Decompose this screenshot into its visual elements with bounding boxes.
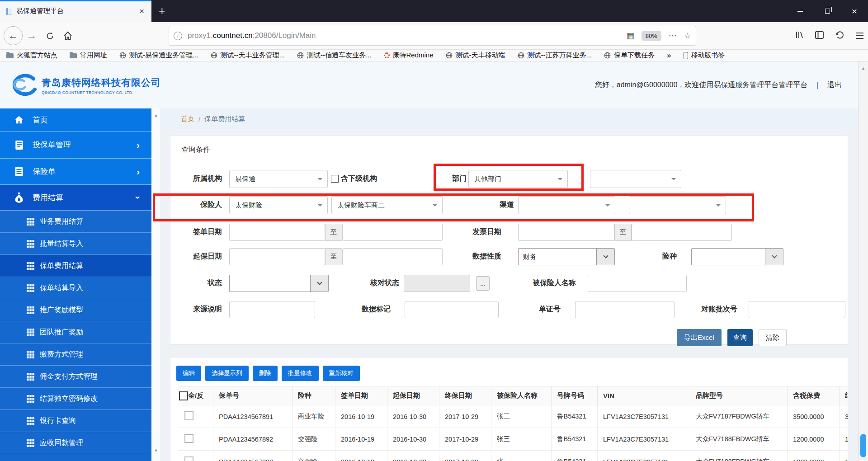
scrollbar-up-icon[interactable]: ▲ [859, 66, 868, 71]
bookmark-item[interactable]: 测试--天丰业务管理... [211, 51, 285, 60]
insured-name-input[interactable] [588, 275, 687, 292]
bookmark-item[interactable]: 康特Redmine [384, 51, 434, 60]
bookmark-item[interactable]: 测试-天丰移动端 [446, 51, 505, 60]
sidebar-subitem-payment-method[interactable]: 缴费方式管理 [0, 343, 151, 366]
sidebars-icon[interactable] [815, 31, 824, 41]
grid-icon [26, 262, 34, 270]
data-nature-select[interactable]: 财务 [518, 248, 615, 265]
channel-select-1[interactable] [518, 196, 615, 214]
scroll-up-icon[interactable]: ▲ [151, 113, 160, 118]
dept-sub-select[interactable] [590, 170, 681, 188]
col-start-date: 起保日期 [387, 386, 439, 405]
batch-no-input[interactable] [749, 301, 845, 318]
batch-modify-button[interactable]: 批量修改 [282, 366, 319, 381]
row-checkbox[interactable] [184, 411, 193, 420]
tab-close-icon[interactable]: × [137, 6, 147, 16]
sidebar-subitem-receivable-mgmt[interactable]: 应收回款管理 [0, 432, 151, 454]
include-sub-checkbox[interactable] [331, 175, 339, 183]
menu-icon[interactable] [856, 35, 863, 36]
invoice-date-to-input[interactable] [632, 224, 732, 241]
data-mark-input[interactable] [405, 301, 499, 318]
grid-icon [26, 284, 34, 292]
insurer-select[interactable]: 太保财险 [229, 196, 328, 214]
sidebar-subitem-commission-pay[interactable]: 佣金支付方式管理 [0, 366, 151, 388]
clear-button[interactable]: 清除 [759, 329, 787, 346]
sidebar-subitem-policy-fee-settlement[interactable]: 保单费用结算 [0, 255, 151, 277]
url-bar[interactable]: i proxy1.countnet.cn:20806/Login/Main ▦ … [169, 26, 696, 46]
start-date-to-input[interactable] [342, 248, 443, 265]
window-close-button[interactable]: × [841, 0, 868, 22]
bookmark-item[interactable]: 测试--信通车友业务... [297, 51, 372, 60]
start-date-from-input[interactable] [229, 248, 325, 265]
search-button[interactable]: 查询 [727, 329, 753, 346]
document-list-icon [14, 167, 24, 177]
page-scrollbar[interactable]: ▲ [858, 61, 868, 461]
source-input[interactable] [229, 301, 315, 318]
select-all-label: 全/反 [188, 391, 203, 400]
bookmarks-overflow-icon[interactable]: » [667, 51, 671, 60]
select-all-checkbox[interactable] [179, 391, 188, 400]
back-button[interactable]: ← [4, 26, 23, 45]
sign-date-from-input[interactable] [229, 224, 325, 241]
library-icon[interactable] [795, 31, 803, 41]
logout-link[interactable]: 退出 [827, 80, 842, 90]
reload-button[interactable] [41, 32, 59, 40]
grid-icon [26, 218, 34, 226]
zoom-level-badge[interactable]: 80% [642, 31, 661, 41]
recheck-button[interactable]: 重新核对 [323, 366, 360, 381]
main-content: 首页 / 保单费用结算 查询条件 所属机构 易保通 含下级机构 [161, 108, 858, 461]
cert-no-input[interactable] [575, 301, 675, 318]
forward-button[interactable]: → [23, 30, 41, 42]
sidebar-subitem-policy-settlement-import[interactable]: 保单结算导入 [0, 277, 151, 299]
sidebar-item-policies[interactable]: 保险单 › [0, 159, 151, 185]
bookmark-star-icon[interactable]: ☆ [684, 31, 691, 41]
sidebar-item-fee-settlement[interactable]: ¥ 费用结算 › [0, 185, 151, 211]
channel-select-2[interactable] [629, 196, 726, 214]
bookmark-mobile[interactable]: 移动版书签 [684, 51, 725, 60]
undo-history-icon[interactable] [835, 31, 844, 41]
delete-button[interactable]: 删除 [253, 366, 278, 381]
qr-scan-icon[interactable]: ▦ [627, 31, 634, 41]
browser-tab[interactable]: 易保通管理平台 × [0, 0, 151, 22]
sidebar-subitem-promo-reward-model[interactable]: 推广奖励模型 [0, 299, 151, 321]
page-actions-icon[interactable]: ⋯ [669, 31, 677, 41]
edit-button[interactable]: 编辑 [176, 366, 201, 381]
col-end-date: 终保日期 [439, 386, 491, 405]
new-tab-button[interactable]: + [151, 0, 173, 22]
insurer-branch-select[interactable]: 太保财险车商二 [331, 196, 443, 214]
sidebar-subitem-batch-import[interactable]: 批量结算导入 [0, 233, 151, 255]
home-button[interactable] [59, 31, 77, 40]
bookmark-folder[interactable]: 火狐官方站点 [6, 51, 57, 60]
bookmark-item[interactable]: 测试--江苏万舜业务... [518, 51, 592, 60]
sidebar-item-home[interactable]: 首页 [0, 108, 151, 132]
export-excel-button[interactable]: 导出Excel [677, 329, 722, 346]
scrollbar-thumb[interactable] [860, 434, 866, 457]
sidebar-scrollbar[interactable]: ▲ ▼ [151, 108, 161, 461]
col-brand-model: 品牌型号 [690, 386, 788, 405]
sidebar-subitem-team-promo-reward[interactable]: 团队推广奖励 [0, 321, 151, 343]
row-checkbox[interactable] [184, 456, 193, 461]
bookmark-folder[interactable]: 常用网址 [70, 51, 107, 60]
cert-no-label: 单证号 [509, 305, 561, 314]
risk-select[interactable] [691, 248, 783, 265]
check-status-more-button[interactable]: ... [476, 276, 490, 291]
choose-columns-button[interactable]: 选择显示列 [205, 366, 249, 381]
bookmark-item[interactable]: 保单下载任务 [604, 51, 655, 60]
row-checkbox[interactable] [184, 434, 193, 443]
select-chevron-icon [310, 275, 328, 292]
site-info-icon[interactable]: i [174, 32, 182, 40]
minimize-button[interactable] [787, 0, 814, 22]
scroll-down-icon[interactable]: ▼ [151, 448, 160, 453]
sidebar-subitem-settlement-password[interactable]: 结算独立密码修改 [0, 388, 151, 410]
sign-date-to-input[interactable] [342, 224, 443, 241]
sidebar-item-applications[interactable]: 投保单管理 › [0, 132, 151, 159]
bookmark-item[interactable]: 测试-易保通业务管理... [119, 51, 198, 60]
invoice-date-from-input[interactable] [518, 224, 614, 241]
sidebar-subitem-bank-card-query[interactable]: 银行卡查询 [0, 410, 151, 432]
org-select[interactable]: 易保通 [229, 170, 328, 188]
status-select[interactable] [229, 275, 329, 292]
restore-button[interactable] [814, 0, 841, 22]
dept-select[interactable]: 其他部门 [468, 170, 568, 188]
breadcrumb-home-link[interactable]: 首页 [181, 115, 194, 123]
sidebar-subitem-business-fee[interactable]: 业务费用结算 [0, 211, 151, 233]
